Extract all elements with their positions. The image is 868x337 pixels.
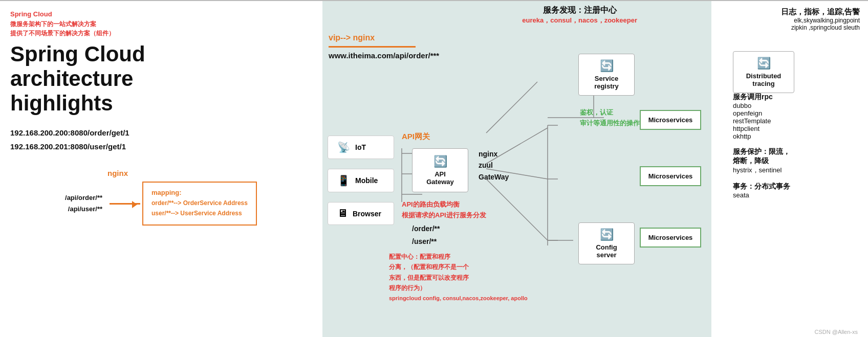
top-labels: Spring Cloud 微服务架构下的一站式解决方案 提供了不同场景下的解决方…: [10, 9, 307, 38]
mobile-icon: 📱: [337, 174, 350, 187]
arrow-icon: [110, 203, 140, 205]
protection-title: 服务保护：限流， 熔断，降级: [733, 147, 860, 166]
www-url: www.itheima.com/api/order/***: [329, 51, 439, 60]
microservices-box-3: Microservices: [640, 228, 701, 248]
rpc-section: 服务调用rpc dubbo openfeign restTemplate htt…: [733, 93, 860, 140]
top-border: [0, 0, 868, 1]
api-routes: /api/order/** /api/user/**: [41, 192, 102, 215]
main-title: Spring Cloud architecture highlights: [10, 42, 307, 116]
protection-tools: hystrix，sentinel: [733, 166, 860, 175]
transaction-section: 事务：分布式事务 seata: [733, 182, 860, 199]
sd-subtitle: eureka，consul，nacos，zookeeper: [522, 16, 637, 25]
distributed-tracing-label: Distributedtracing: [741, 72, 787, 87]
api-routing-label: API的路由负载均衡 根据请求的API进行服务分发: [402, 199, 486, 221]
config-center-label: 配置中心：配置和程序 分离，（配置和程序不是一个 东西，但是配置可以改变程序 程…: [389, 252, 528, 303]
api-gw-area-label: API网关: [402, 132, 430, 142]
svg-line-4: [486, 82, 537, 133]
rpc-tools: dubbo openfeign restTemplate httpclient …: [733, 102, 860, 140]
nginx-box-row: /api/order/** /api/user/** mapping: orde…: [41, 182, 307, 225]
distributed-tracing-box: 🔄 Distributedtracing: [733, 51, 794, 93]
iot-icon: 📡: [337, 141, 350, 153]
mobile-label: Mobile: [355, 176, 378, 185]
nzg-label: nginx zuul GateWay: [479, 148, 509, 183]
subtitle2: 提供了不同场景下的解决方案（组件）: [10, 29, 307, 38]
subtitle1: 微服务架构下的一站式解决方案: [10, 19, 307, 29]
nginx-box: mapping: order/**--> OrderService Addres…: [142, 182, 257, 225]
config-server-icon: 🔄: [586, 228, 627, 241]
transaction-tools: seata: [733, 191, 860, 199]
config-tools: springcloud config, consul,nacos,zookeep…: [389, 294, 528, 303]
iot-label: IoT: [355, 143, 366, 151]
api-gateway-icon: 🔄: [421, 155, 460, 168]
rpc-title: 服务调用rpc: [733, 93, 860, 102]
diagram-inner: vip--> nginx www.itheima.com/api/order/*…: [322, 0, 711, 337]
config-server-label: Configserver: [586, 243, 627, 259]
service-registry-icon: 🔄: [586, 59, 627, 73]
svg-line-7: [486, 179, 548, 240]
api-gateway-box: 🔄 APIGateway: [412, 148, 468, 192]
nginx-diagram: nginx /api/order/** /api/user/** mapping…: [41, 169, 307, 225]
client-browser: 🖥 Browser: [328, 202, 394, 225]
service-registry-label: Serviceregistry: [586, 75, 627, 90]
transaction-title: 事务：分布式事务: [733, 182, 860, 191]
api-gateway-label: APIGateway: [421, 170, 460, 186]
vip-underline: [329, 46, 416, 48]
center-diagram: vip--> nginx www.itheima.com/api/order/*…: [322, 0, 711, 337]
monitoring-tools: elk,skywalking,pingpoint zipkin ,springc…: [733, 17, 860, 31]
footer-credit: CSDN @Allen-xs: [814, 329, 858, 335]
browser-label: Browser: [353, 210, 381, 218]
right-top-label: 日志，指标，追踪,告警 elk,skywalking,pingpoint zip…: [733, 7, 860, 31]
client-mobile: 📱 Mobile: [328, 169, 394, 192]
spring-cloud-title: Spring Cloud: [10, 9, 307, 19]
client-iot: 📡 IoT: [328, 136, 394, 159]
service-registry-box: 🔄 Serviceregistry: [578, 54, 635, 96]
right-sections: 服务调用rpc dubbo openfeign restTemplate htt…: [733, 93, 860, 199]
microservices-box-2: Microservices: [640, 166, 701, 186]
distributed-tracing-icon: 🔄: [741, 57, 787, 70]
left-panel: Spring Cloud 微服务架构下的一站式解决方案 提供了不同场景下的解决方…: [0, 4, 317, 231]
mapping-text: order/**--> OrderService Address user/**…: [151, 198, 248, 218]
microservices-box-1: Microservices: [640, 110, 701, 130]
order-user-paths: /order/** /user/**: [412, 222, 440, 248]
browser-icon: 🖥: [337, 208, 348, 219]
mapping-label: mapping:: [151, 189, 248, 196]
service-discovery-banner: 服务发现：注册中心 eureka，consul，nacos，zookeeper: [522, 5, 637, 25]
right-panel: 🔄 Distributedtracing 日志，指标，追踪,告警 elk,sky…: [725, 0, 868, 337]
monitoring-label: 日志，指标，追踪,告警: [733, 7, 860, 17]
vip-nginx-label: vip--> nginx: [329, 33, 375, 42]
ip-addresses: 192.168.200.200:8080/order/get/1 192.168…: [10, 126, 307, 153]
config-server-box: 🔄 Configserver: [578, 222, 635, 264]
auth-label: 鉴权，认证 审计等通用性的操作: [580, 107, 640, 129]
protection-section: 服务保护：限流， 熔断，降级 hystrix，sentinel: [733, 147, 860, 175]
sd-title: 服务发现：注册中心: [522, 5, 637, 16]
nginx-label: nginx: [107, 169, 307, 177]
